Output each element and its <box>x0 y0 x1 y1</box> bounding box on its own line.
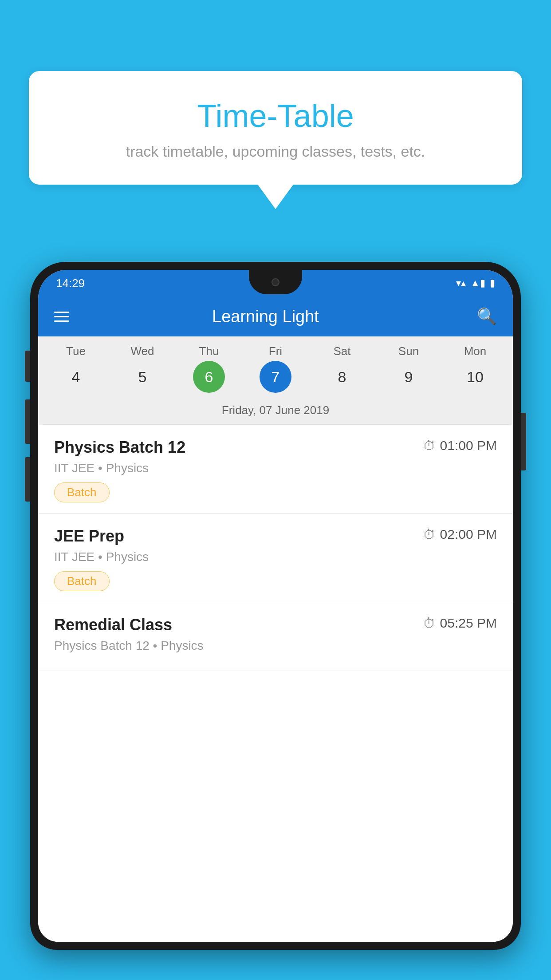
class-time-value: 01:00 PM <box>440 438 497 453</box>
days-row: Tue4Wed5Thu6Fri7Sat8Sun9Mon10 <box>43 344 508 393</box>
class-item-header: JEE Prep⏱02:00 PM <box>54 527 497 545</box>
selected-date-label: Friday, 07 June 2019 <box>43 397 508 425</box>
class-item-header: Physics Batch 12⏱01:00 PM <box>54 438 497 457</box>
bubble-subtitle: track timetable, upcoming classes, tests… <box>47 143 504 160</box>
calendar-day-6[interactable]: Thu6 <box>180 344 238 393</box>
calendar-strip: Tue4Wed5Thu6Fri7Sat8Sun9Mon10 Friday, 07… <box>38 336 513 425</box>
class-time: ⏱02:00 PM <box>423 527 497 542</box>
class-time-value: 02:00 PM <box>440 527 497 542</box>
app-header: Learning Light 🔍 <box>38 296 513 336</box>
phone-button-volume-up <box>25 399 30 444</box>
day-name: Tue <box>66 344 86 358</box>
calendar-day-4[interactable]: Tue4 <box>47 344 105 393</box>
speech-bubble: Time-Table track timetable, upcoming cla… <box>29 71 522 185</box>
clock-icon: ⏱ <box>423 616 436 631</box>
calendar-day-8[interactable]: Sat8 <box>313 344 371 393</box>
day-number: 10 <box>459 361 491 393</box>
class-meta: IIT JEE • Physics <box>54 461 497 475</box>
class-list: Physics Batch 12⏱01:00 PMIIT JEE • Physi… <box>38 425 513 942</box>
clock-icon: ⏱ <box>423 439 436 453</box>
class-item[interactable]: JEE Prep⏱02:00 PMIIT JEE • PhysicsBatch <box>38 514 513 602</box>
day-name: Thu <box>199 344 219 358</box>
day-number: 4 <box>60 361 92 393</box>
phone-button-volume-down <box>25 457 30 502</box>
bubble-tail <box>258 185 293 209</box>
clock-icon: ⏱ <box>423 527 436 542</box>
class-time: ⏱05:25 PM <box>423 616 497 631</box>
front-camera <box>272 278 279 286</box>
calendar-day-5[interactable]: Wed5 <box>114 344 171 393</box>
day-name: Fri <box>269 344 282 358</box>
class-item-header: Remedial Class⏱05:25 PM <box>54 616 497 634</box>
day-number: 5 <box>126 361 158 393</box>
class-meta: Physics Batch 12 • Physics <box>54 639 497 653</box>
class-name: Remedial Class <box>54 616 172 634</box>
day-number: 6 <box>193 361 225 393</box>
phone-wrapper: 14:29 ▾▴ ▲▮ ▮ Learning Light 🔍 <box>30 262 521 980</box>
day-name: Sat <box>333 344 350 358</box>
phone-screen: 14:29 ▾▴ ▲▮ ▮ Learning Light 🔍 <box>38 270 513 942</box>
class-time-value: 05:25 PM <box>440 616 497 631</box>
battery-icon: ▮ <box>490 277 495 289</box>
class-item[interactable]: Physics Batch 12⏱01:00 PMIIT JEE • Physi… <box>38 425 513 514</box>
speech-bubble-wrapper: Time-Table track timetable, upcoming cla… <box>29 71 522 209</box>
phone-button-volume-mute <box>25 351 30 382</box>
search-button[interactable]: 🔍 <box>477 307 497 326</box>
calendar-day-10[interactable]: Mon10 <box>446 344 504 393</box>
wifi-icon: ▾▴ <box>456 277 466 289</box>
phone-outer: 14:29 ▾▴ ▲▮ ▮ Learning Light 🔍 <box>30 262 521 950</box>
day-name: Wed <box>131 344 154 358</box>
calendar-day-9[interactable]: Sun9 <box>380 344 437 393</box>
day-number: 8 <box>326 361 358 393</box>
batch-badge: Batch <box>54 482 110 502</box>
day-number: 9 <box>393 361 425 393</box>
status-time: 14:29 <box>56 277 85 290</box>
batch-badge: Batch <box>54 571 110 591</box>
class-name: JEE Prep <box>54 527 124 545</box>
signal-icon: ▲▮ <box>470 277 485 289</box>
day-name: Sun <box>398 344 419 358</box>
phone-button-power <box>521 413 526 470</box>
class-item[interactable]: Remedial Class⏱05:25 PMPhysics Batch 12 … <box>38 602 513 671</box>
status-bar: 14:29 ▾▴ ▲▮ ▮ <box>38 270 513 296</box>
day-name: Mon <box>464 344 487 358</box>
phone-notch <box>249 270 302 294</box>
day-number: 7 <box>260 361 291 393</box>
app-title: Learning Light <box>54 307 477 326</box>
class-time: ⏱01:00 PM <box>423 438 497 453</box>
class-meta: IIT JEE • Physics <box>54 550 497 564</box>
calendar-day-7[interactable]: Fri7 <box>247 344 304 393</box>
status-icons: ▾▴ ▲▮ ▮ <box>456 277 495 289</box>
class-name: Physics Batch 12 <box>54 438 185 457</box>
bubble-title: Time-Table <box>47 98 504 134</box>
